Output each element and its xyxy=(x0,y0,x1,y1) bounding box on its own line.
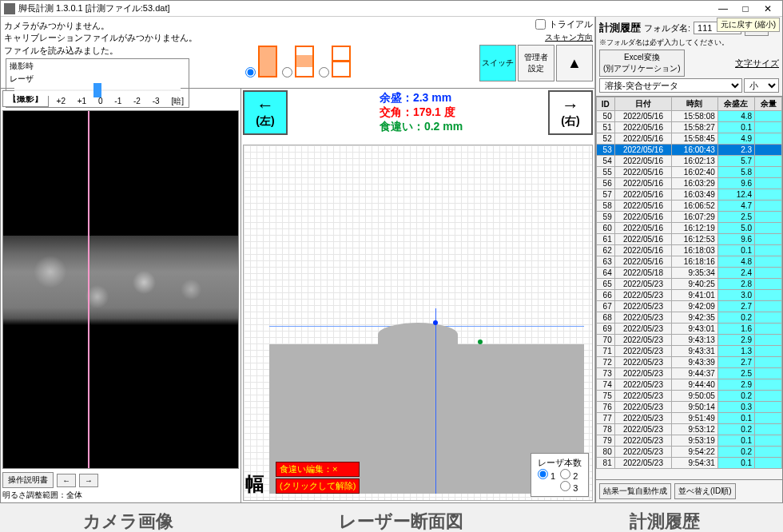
minimize-button[interactable]: — xyxy=(712,2,734,16)
table-row[interactable]: 662022/05/239:41:013.0 xyxy=(597,290,782,301)
msg-line2: キャリブレーションファイルがみつかりません。 xyxy=(4,32,237,44)
excel-export-button[interactable]: Excel変換 (別アプリケーション) xyxy=(599,50,685,77)
laser-count-2[interactable]: 2 xyxy=(560,469,578,481)
edit-status-labels[interactable]: 食違い編集：× (クリックして解除) xyxy=(276,462,360,495)
history-title: 計測履歴 xyxy=(599,21,641,35)
table-row[interactable]: 552022/05/1616:02:405.8 xyxy=(597,167,782,178)
profile-graph[interactable]: 幅 食違い編集：× (クリックして解除) レーザ本数 1 2 xyxy=(243,145,593,501)
misalignment-value: 0.2 mm xyxy=(424,120,463,133)
table-row[interactable]: 702022/05/239:43:132.9 xyxy=(597,335,782,346)
slider-thumb[interactable] xyxy=(93,83,101,97)
table-row[interactable]: 592022/05/1616:07:292.5 xyxy=(597,212,782,223)
camera-column: 【撮影】 操作説明書 ← → 明るさ調整範囲：全体 xyxy=(1,89,240,502)
table-row[interactable]: 522022/05/1615:58:454.9 xyxy=(597,133,782,145)
scan-up-button[interactable]: ▲ xyxy=(556,45,593,81)
table-row[interactable]: 532022/05/1616:00:432.3 xyxy=(597,145,782,156)
maximize-button[interactable]: □ xyxy=(734,2,757,16)
table-row[interactable]: 582022/05/1616:06:524.7 xyxy=(597,200,782,212)
table-row[interactable]: 712022/05/239:43:311.3 xyxy=(597,346,782,357)
camera-left-button[interactable]: ← xyxy=(57,474,76,487)
history-footer: 結果一覧自動作成 並べ替え(ID順) xyxy=(596,479,782,502)
titlebar: 脚長計測 1.3.0.1 [計測ファイル:53.dat] — □ ✕ xyxy=(1,1,782,17)
table-row[interactable]: 612022/05/1616:12:539.6 xyxy=(597,234,782,245)
slider-head-left: 撮影時 xyxy=(10,61,34,72)
table-row[interactable]: 722022/05/239:43:392.7 xyxy=(597,357,782,368)
table-row[interactable]: 602022/05/1616:12:195.0 xyxy=(597,223,782,234)
sort-by-id-button[interactable]: 並べ替え(ID順) xyxy=(674,483,736,499)
camera-right-button[interactable]: → xyxy=(79,474,98,487)
admin-settings-button[interactable]: 管理者 設定 xyxy=(518,45,554,81)
weld-mode-2[interactable] xyxy=(282,46,314,79)
main: カメラがみつかりません。 キャリブレーションファイルがみつかりません。 ファイル… xyxy=(1,17,782,502)
font-size-label: 文字サイズ xyxy=(735,58,779,69)
window-buttons: — □ ✕ xyxy=(712,2,779,16)
table-row[interactable]: 752022/05/239:50:050.2 xyxy=(597,391,782,402)
brightness-range-label: 明るさ調整範囲：全体 xyxy=(2,490,239,501)
folder-note: ※フォルダ名は必ず入力してください。 xyxy=(599,38,779,48)
width-label: 幅 xyxy=(245,471,264,497)
weld-mode-1[interactable] xyxy=(245,46,277,79)
laser-count-box: レーザ本数 1 2 0 3 xyxy=(531,453,589,497)
table-row[interactable]: 562022/05/1616:03:299.6 xyxy=(597,178,782,189)
slider-head-mid: レーザ xyxy=(10,73,34,85)
history-header-row: ID 日付 時刻 余盛左 余量 xyxy=(597,97,782,111)
laser-column: ← (左) 余盛：2.3 mm 交角：179.1 度 食違い：0.2 mm → … xyxy=(240,89,594,502)
folder-label: フォルダ名: xyxy=(644,22,690,34)
table-row[interactable]: 682022/05/239:42:350.2 xyxy=(597,312,782,324)
top-right-controls: トライアル スキャン方向 スイッチ 管理者 設定 ▲ xyxy=(478,17,594,88)
brightness-slider[interactable] xyxy=(14,85,181,96)
table-row[interactable]: 672022/05/239:42:092.7 xyxy=(597,301,782,312)
auto-create-list-button[interactable]: 結果一覧自動作成 xyxy=(599,483,671,499)
click-to-release-label[interactable]: (クリックして解除) xyxy=(276,478,360,494)
laser-count-1[interactable]: 1 xyxy=(538,469,555,481)
table-row[interactable]: 572022/05/1616:03:4912.4 xyxy=(597,189,782,200)
app-icon xyxy=(4,3,15,14)
angle-value: 179.1 度 xyxy=(413,105,455,118)
caption-row: カメラ画像 レーザー断面図 計測履歴 xyxy=(0,503,783,532)
font-size-select[interactable]: 小 xyxy=(744,78,779,93)
table-row[interactable]: 622022/05/1616:18:030.1 xyxy=(597,245,782,256)
table-row[interactable]: 512022/05/1615:58:270.1 xyxy=(597,122,782,133)
table-row[interactable]: 762022/05/239:50:140.3 xyxy=(597,402,782,413)
weld-noise xyxy=(3,111,238,468)
laser-count-label: レーザ本数 xyxy=(538,457,582,469)
table-row[interactable]: 792022/05/239:53:190.1 xyxy=(597,435,782,447)
content-row: 【撮影】 操作説明書 ← → 明るさ調整範囲：全体 xyxy=(1,89,594,502)
switch-button[interactable]: スイッチ xyxy=(479,45,516,81)
misalign-edit-label[interactable]: 食違い編集：× xyxy=(276,462,360,477)
table-row[interactable]: 642022/05/189:35:342.4 xyxy=(597,268,782,279)
profile-left-label: (左) xyxy=(256,114,274,129)
app-window: 脚長計測 1.3.0.1 [計測ファイル:53.dat] — □ ✕ 元に戻す … xyxy=(0,0,783,503)
manual-button[interactable]: 操作説明書 xyxy=(2,472,54,488)
data-type-select[interactable]: 溶接-突合せデータ xyxy=(599,78,742,93)
table-row[interactable]: 802022/05/239:54:220.2 xyxy=(597,447,782,458)
table-row[interactable]: 782022/05/239:53:120.2 xyxy=(597,424,782,435)
caption-history: 計測履歴 xyxy=(630,510,700,532)
laser-line-overlay xyxy=(88,111,89,468)
profile-right-button[interactable]: → (右) xyxy=(548,90,593,135)
table-row[interactable]: 542022/05/1616:02:135.7 xyxy=(597,156,782,167)
weld-mode-3[interactable] xyxy=(319,46,351,79)
trial-checkbox[interactable] xyxy=(535,19,546,30)
revert-tooltip: 元に戻す (縮小) xyxy=(717,18,780,32)
table-row[interactable]: 812022/05/239:54:310.1 xyxy=(597,458,782,469)
table-row[interactable]: 772022/05/239:51:490.1 xyxy=(597,413,782,424)
history-panel: 計測履歴 フォルダ名: 参照 ※フォルダ名は必ず入力してください。 Excel変… xyxy=(595,17,782,502)
window-title: 脚長計測 1.3.0.1 [計測ファイル:53.dat] xyxy=(18,2,712,14)
profile-right-label: (右) xyxy=(561,114,579,129)
profile-hump xyxy=(378,323,458,347)
table-row[interactable]: 692022/05/239:43:011.6 xyxy=(597,324,782,335)
arrow-left-icon: ← xyxy=(256,97,274,114)
table-row[interactable]: 732022/05/239:44:372.5 xyxy=(597,368,782,379)
table-row[interactable]: 632022/05/1616:18:164.8 xyxy=(597,256,782,268)
reinforcement-value: 2.3 mm xyxy=(413,91,451,104)
table-row[interactable]: 502022/05/1615:58:084.8 xyxy=(597,111,782,122)
history-table-wrap[interactable]: ID 日付 時刻 余盛左 余量 502022/05/1615:58:084.85… xyxy=(596,97,782,479)
laser-count-3[interactable]: 3 xyxy=(560,481,578,493)
camera-view[interactable] xyxy=(2,110,239,469)
table-row[interactable]: 742022/05/239:44:402.9 xyxy=(597,379,782,391)
peak-marker xyxy=(433,320,438,325)
profile-left-button[interactable]: ← (左) xyxy=(243,90,288,135)
table-row[interactable]: 652022/05/239:40:252.8 xyxy=(597,279,782,290)
close-button[interactable]: ✕ xyxy=(757,2,779,16)
